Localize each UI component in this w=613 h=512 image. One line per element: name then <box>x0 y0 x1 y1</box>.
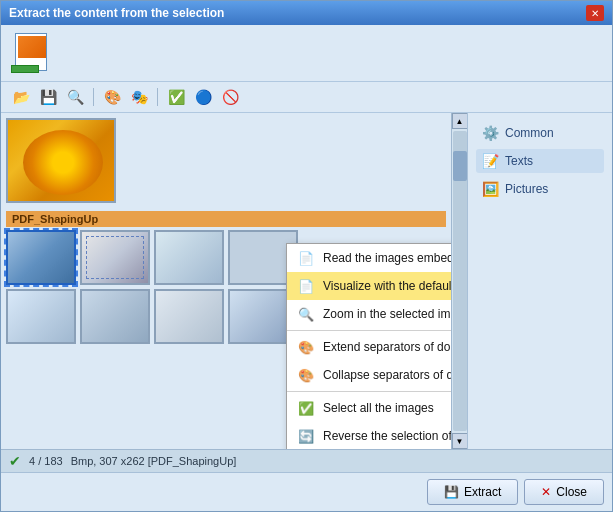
ctx-visualize-default[interactable]: 📄 Visualize with the default application <box>287 272 451 300</box>
status-bar: ✔ 4 / 183 Bmp, 307 x262 [PDF_ShapingUp] <box>1 449 612 472</box>
context-menu: 📄 Read the images embedded in the select… <box>286 243 451 449</box>
ctx-collapse-separators[interactable]: 🎨 Collapse separators of documents <box>287 361 451 389</box>
panel-item-texts[interactable]: 📝 Texts <box>476 149 604 173</box>
flower-decoration <box>23 130 103 195</box>
pictures-icon: 🖼️ <box>482 181 499 197</box>
logo-orange <box>18 36 46 58</box>
texts-icon: 📝 <box>482 153 499 169</box>
panel-item-pictures[interactable]: 🖼️ Pictures <box>476 177 604 201</box>
ctx-zoom-image[interactable]: 🔍 Zoom in the selected image (double-cli… <box>287 300 451 328</box>
extract-label: Extract <box>464 485 501 499</box>
status-count: 4 / 183 <box>29 455 63 467</box>
content-area: PDF_ShapingUp <box>1 113 451 449</box>
title-bar: Extract the content from the selection ✕ <box>1 1 612 25</box>
bottom-buttons: 💾 Extract ✕ Close <box>1 472 612 511</box>
accept-btn[interactable]: ✅ <box>164 86 188 108</box>
ctx-select-all-label: Select all the images <box>323 401 434 415</box>
collapse-sep-icon: 🎨 <box>297 366 315 384</box>
reverse-sel-icon: 🔄 <box>297 427 315 445</box>
thumb-3[interactable] <box>154 230 224 285</box>
close-window-button[interactable]: ✕ <box>586 5 604 21</box>
toolbar-separator-1 <box>93 88 94 106</box>
flower-thumbnail[interactable] <box>6 118 116 203</box>
scroll-thumb[interactable] <box>453 151 467 181</box>
ctx-zoom-image-label: Zoom in the selected image (double-click… <box>323 307 451 321</box>
ctx-reverse-sel-label: Reverse the selection of the images <box>323 429 451 443</box>
color2-btn[interactable]: 🎭 <box>127 86 151 108</box>
ctx-extend-separators[interactable]: 🎨 Extend separators of documents <box>287 333 451 361</box>
panel-item-common[interactable]: ⚙️ Common <box>476 121 604 145</box>
scroll-track[interactable] <box>453 131 467 431</box>
extract-icon: 💾 <box>444 485 459 499</box>
thumb-5[interactable] <box>6 289 76 344</box>
texts-label: Texts <box>505 154 533 168</box>
logo-green <box>11 65 39 73</box>
pictures-label: Pictures <box>505 182 548 196</box>
zoom-image-icon: 🔍 <box>297 305 315 323</box>
color1-btn[interactable]: 🎨 <box>100 86 124 108</box>
status-check-icon: ✔ <box>9 453 21 469</box>
close-label: Close <box>556 485 587 499</box>
scroll-up-button[interactable]: ▲ <box>452 113 468 129</box>
status-file-info: Bmp, 307 x262 [PDF_ShapingUp] <box>71 455 237 467</box>
ctx-reverse-selection[interactable]: 🔄 Reverse the selection of the images <box>287 422 451 449</box>
stop-btn[interactable]: 🚫 <box>218 86 242 108</box>
right-panel: ⚙️ Common 📝 Texts 🖼️ Pictures <box>467 113 612 449</box>
extend-sep-icon: 🎨 <box>297 338 315 356</box>
ctx-separator-1 <box>287 330 451 331</box>
thumb-6[interactable] <box>80 289 150 344</box>
toolbar-separator-2 <box>157 88 158 106</box>
ctx-collapse-sep-label: Collapse separators of documents <box>323 368 451 382</box>
ctx-extend-sep-label: Extend separators of documents <box>323 340 451 354</box>
thumb-1[interactable] <box>6 230 76 285</box>
open-folder-btn[interactable]: 📂 <box>9 86 33 108</box>
select-all-icon: ✅ <box>297 399 315 417</box>
ctx-read-images[interactable]: 📄 Read the images embedded in the select… <box>287 244 451 272</box>
app-logo <box>11 33 51 73</box>
close-icon: ✕ <box>541 485 551 499</box>
ctx-visualize-default-label: Visualize with the default application <box>323 279 451 293</box>
vertical-scrollbar[interactable]: ▲ ▼ <box>451 113 467 449</box>
extract-button[interactable]: 💾 Extract <box>427 479 518 505</box>
search-btn[interactable]: 🔍 <box>63 86 87 108</box>
title-text: Extract the content from the selection <box>9 6 224 20</box>
visualize-default-icon: 📄 <box>297 277 315 295</box>
scroll-down-button[interactable]: ▼ <box>452 433 468 449</box>
main-dialog: Extract the content from the selection ✕… <box>0 0 613 512</box>
toolbar: 📂 💾 🔍 🎨 🎭 ✅ 🔵 🚫 <box>1 82 612 113</box>
header-area <box>1 25 612 82</box>
top-image-row <box>6 118 446 206</box>
thumb-2[interactable] <box>80 230 150 285</box>
ctx-read-images-label: Read the images embedded in the selectio… <box>323 251 451 265</box>
save-btn[interactable]: 💾 <box>36 86 60 108</box>
thumb-7[interactable] <box>154 289 224 344</box>
section-label: PDF_ShapingUp <box>6 211 446 227</box>
main-area: PDF_ShapingUp <box>1 113 612 449</box>
ctx-separator-2 <box>287 391 451 392</box>
ctx-select-all[interactable]: ✅ Select all the images <box>287 394 451 422</box>
common-icon: ⚙️ <box>482 125 499 141</box>
common-label: Common <box>505 126 554 140</box>
close-button[interactable]: ✕ Close <box>524 479 604 505</box>
read-images-icon: 📄 <box>297 249 315 267</box>
info-btn[interactable]: 🔵 <box>191 86 215 108</box>
